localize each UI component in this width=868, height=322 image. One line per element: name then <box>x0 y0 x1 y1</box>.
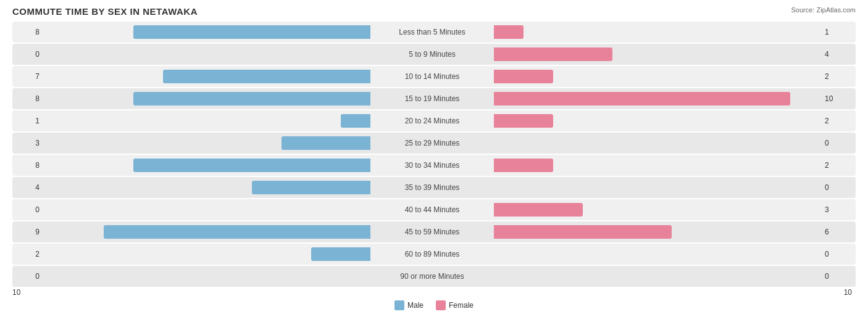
female-bar-area <box>494 181 821 194</box>
chart-row: 05 to 9 Minutes4 <box>12 44 856 65</box>
female-value: 2 <box>821 72 852 81</box>
female-value: 2 <box>821 161 852 170</box>
source-label: Source: ZipAtlas.com <box>791 6 856 14</box>
male-bar-area <box>43 203 370 217</box>
male-bar <box>133 92 370 105</box>
female-value: 0 <box>821 272 852 281</box>
female-value: 10 <box>821 94 852 103</box>
male-value: 0 <box>12 50 43 59</box>
male-bar-area <box>43 92 370 105</box>
legend-male: Male <box>394 300 424 310</box>
female-value: 0 <box>821 183 852 192</box>
chart-row: 830 to 34 Minutes2 <box>12 155 856 176</box>
female-bar <box>494 225 672 239</box>
male-bar-area <box>43 181 370 194</box>
chart-row: 120 to 24 Minutes2 <box>12 110 856 131</box>
chart-row: 8Less than 5 Minutes1 <box>12 22 856 43</box>
male-value: 2 <box>12 250 43 258</box>
female-bar <box>494 92 790 105</box>
chart-row: 040 to 44 Minutes3 <box>12 199 856 220</box>
axis-left-min: 10 <box>12 288 20 297</box>
female-bar-area <box>494 70 821 83</box>
male-bar-area <box>43 25 370 39</box>
row-label: 45 to 59 Minutes <box>370 228 494 236</box>
female-value: 1 <box>821 28 852 36</box>
female-bar-area <box>494 47 821 61</box>
female-bar <box>494 70 553 83</box>
male-value: 9 <box>12 228 43 236</box>
chart-row: 435 to 39 Minutes0 <box>12 177 856 198</box>
row-label: 5 to 9 Minutes <box>370 50 494 59</box>
male-value: 0 <box>12 272 43 281</box>
row-label: 30 to 34 Minutes <box>370 161 494 170</box>
legend-female: Female <box>436 300 474 310</box>
chart-container: COMMUTE TIME BY SEX IN NETAWAKA Source: … <box>0 0 868 322</box>
female-bar <box>494 114 553 128</box>
female-value: 3 <box>821 205 852 214</box>
male-legend-label: Male <box>407 301 424 310</box>
male-value: 4 <box>12 183 43 192</box>
male-bar <box>163 70 370 83</box>
male-value: 8 <box>12 94 43 103</box>
female-bar <box>494 25 524 39</box>
female-bar-area <box>494 92 821 105</box>
male-legend-box <box>394 300 404 310</box>
row-label: 35 to 39 Minutes <box>370 183 494 192</box>
male-bar <box>104 225 370 239</box>
male-bar-area <box>43 247 370 261</box>
chart-row: 325 to 29 Minutes0 <box>12 133 856 154</box>
female-bar <box>494 159 553 172</box>
male-value: 3 <box>12 139 43 147</box>
male-bar-area <box>43 70 370 83</box>
female-bar-area <box>494 270 821 283</box>
female-legend-label: Female <box>449 301 474 310</box>
female-value: 6 <box>821 228 852 236</box>
row-label: 60 to 89 Minutes <box>370 250 494 258</box>
male-value: 8 <box>12 28 43 36</box>
female-value: 0 <box>821 250 852 258</box>
male-value: 7 <box>12 72 43 81</box>
male-bar-area <box>43 159 370 172</box>
male-value: 0 <box>12 205 43 214</box>
female-bar <box>494 47 612 61</box>
row-label: 90 or more Minutes <box>370 272 494 281</box>
male-value: 8 <box>12 161 43 170</box>
female-legend-box <box>436 300 446 310</box>
male-bar-area <box>43 225 370 239</box>
male-bar-area <box>43 270 370 283</box>
male-bar <box>252 181 370 194</box>
chart-row: 710 to 14 Minutes2 <box>12 66 856 87</box>
chart-row: 090 or more Minutes0 <box>12 266 856 287</box>
row-label: 25 to 29 Minutes <box>370 139 494 147</box>
female-bar-area <box>494 159 821 172</box>
bottom-axis: 10 10 <box>12 288 856 297</box>
row-label: Less than 5 Minutes <box>370 28 494 36</box>
chart-row: 945 to 59 Minutes6 <box>12 221 856 242</box>
male-bar <box>341 114 370 128</box>
female-bar-area <box>494 225 821 239</box>
male-bar-area <box>43 136 370 150</box>
axis-right-max: 10 <box>844 288 852 297</box>
female-bar-area <box>494 114 821 128</box>
chart-row: 815 to 19 Minutes10 <box>12 88 856 109</box>
male-bar <box>311 247 370 261</box>
chart-legend: Male Female <box>12 300 856 310</box>
male-bar <box>133 25 370 39</box>
female-value: 0 <box>821 139 852 147</box>
chart-row: 260 to 89 Minutes0 <box>12 244 856 265</box>
row-label: 40 to 44 Minutes <box>370 205 494 214</box>
row-label: 20 to 24 Minutes <box>370 117 494 125</box>
male-bar-area <box>43 47 370 61</box>
female-value: 4 <box>821 50 852 59</box>
male-bar <box>282 136 370 150</box>
female-bar-area <box>494 247 821 261</box>
bars-area: 8Less than 5 Minutes105 to 9 Minutes4710… <box>12 22 856 287</box>
female-bar <box>494 203 583 217</box>
female-bar-area <box>494 25 821 39</box>
row-label: 10 to 14 Minutes <box>370 72 494 81</box>
male-bar-area <box>43 114 370 128</box>
female-value: 2 <box>821 117 852 125</box>
male-bar <box>133 159 370 172</box>
female-bar-area <box>494 203 821 217</box>
female-bar-area <box>494 136 821 150</box>
